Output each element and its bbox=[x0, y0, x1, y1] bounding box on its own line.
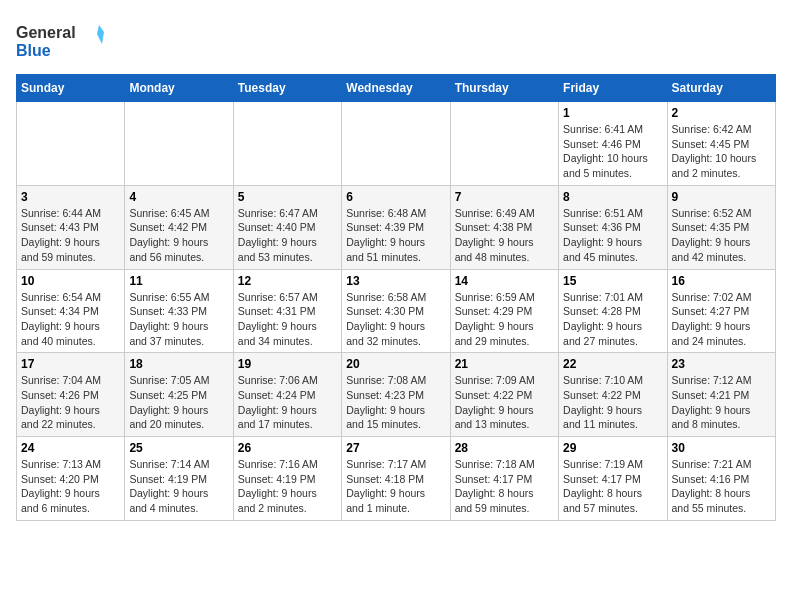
svg-text:Blue: Blue bbox=[16, 42, 51, 59]
calendar-cell: 22Sunrise: 7:10 AMSunset: 4:22 PMDayligh… bbox=[559, 353, 667, 437]
day-info: Sunrise: 7:05 AMSunset: 4:25 PMDaylight:… bbox=[129, 373, 228, 432]
day-info: Sunrise: 6:59 AMSunset: 4:29 PMDaylight:… bbox=[455, 290, 554, 349]
day-number: 12 bbox=[238, 274, 337, 288]
day-number: 5 bbox=[238, 190, 337, 204]
calendar-week-row: 24Sunrise: 7:13 AMSunset: 4:20 PMDayligh… bbox=[17, 437, 776, 521]
day-number: 23 bbox=[672, 357, 771, 371]
calendar-cell: 18Sunrise: 7:05 AMSunset: 4:25 PMDayligh… bbox=[125, 353, 233, 437]
calendar-table: SundayMondayTuesdayWednesdayThursdayFrid… bbox=[16, 74, 776, 521]
header-tuesday: Tuesday bbox=[233, 75, 341, 102]
day-info: Sunrise: 6:58 AMSunset: 4:30 PMDaylight:… bbox=[346, 290, 445, 349]
day-info: Sunrise: 7:18 AMSunset: 4:17 PMDaylight:… bbox=[455, 457, 554, 516]
calendar-cell: 7Sunrise: 6:49 AMSunset: 4:38 PMDaylight… bbox=[450, 185, 558, 269]
day-number: 19 bbox=[238, 357, 337, 371]
calendar-week-row: 17Sunrise: 7:04 AMSunset: 4:26 PMDayligh… bbox=[17, 353, 776, 437]
header-saturday: Saturday bbox=[667, 75, 775, 102]
calendar-cell bbox=[17, 102, 125, 186]
calendar-cell bbox=[342, 102, 450, 186]
day-number: 14 bbox=[455, 274, 554, 288]
generalblue-svg: General Blue bbox=[16, 16, 106, 66]
day-number: 13 bbox=[346, 274, 445, 288]
logo: General Blue bbox=[16, 16, 106, 66]
day-info: Sunrise: 7:08 AMSunset: 4:23 PMDaylight:… bbox=[346, 373, 445, 432]
calendar-cell: 25Sunrise: 7:14 AMSunset: 4:19 PMDayligh… bbox=[125, 437, 233, 521]
header-friday: Friday bbox=[559, 75, 667, 102]
day-info: Sunrise: 6:51 AMSunset: 4:36 PMDaylight:… bbox=[563, 206, 662, 265]
day-info: Sunrise: 7:01 AMSunset: 4:28 PMDaylight:… bbox=[563, 290, 662, 349]
day-number: 2 bbox=[672, 106, 771, 120]
calendar-cell: 14Sunrise: 6:59 AMSunset: 4:29 PMDayligh… bbox=[450, 269, 558, 353]
day-number: 6 bbox=[346, 190, 445, 204]
day-number: 11 bbox=[129, 274, 228, 288]
day-number: 21 bbox=[455, 357, 554, 371]
day-number: 29 bbox=[563, 441, 662, 455]
day-number: 24 bbox=[21, 441, 120, 455]
calendar-cell: 6Sunrise: 6:48 AMSunset: 4:39 PMDaylight… bbox=[342, 185, 450, 269]
day-number: 8 bbox=[563, 190, 662, 204]
day-number: 27 bbox=[346, 441, 445, 455]
calendar-header-row: SundayMondayTuesdayWednesdayThursdayFrid… bbox=[17, 75, 776, 102]
day-number: 28 bbox=[455, 441, 554, 455]
calendar-cell: 19Sunrise: 7:06 AMSunset: 4:24 PMDayligh… bbox=[233, 353, 341, 437]
day-number: 9 bbox=[672, 190, 771, 204]
day-info: Sunrise: 7:10 AMSunset: 4:22 PMDaylight:… bbox=[563, 373, 662, 432]
day-number: 4 bbox=[129, 190, 228, 204]
day-info: Sunrise: 6:54 AMSunset: 4:34 PMDaylight:… bbox=[21, 290, 120, 349]
calendar-week-row: 1Sunrise: 6:41 AMSunset: 4:46 PMDaylight… bbox=[17, 102, 776, 186]
day-info: Sunrise: 6:42 AMSunset: 4:45 PMDaylight:… bbox=[672, 122, 771, 181]
day-info: Sunrise: 6:47 AMSunset: 4:40 PMDaylight:… bbox=[238, 206, 337, 265]
day-info: Sunrise: 6:45 AMSunset: 4:42 PMDaylight:… bbox=[129, 206, 228, 265]
calendar-cell: 28Sunrise: 7:18 AMSunset: 4:17 PMDayligh… bbox=[450, 437, 558, 521]
calendar-cell: 24Sunrise: 7:13 AMSunset: 4:20 PMDayligh… bbox=[17, 437, 125, 521]
day-number: 1 bbox=[563, 106, 662, 120]
header-sunday: Sunday bbox=[17, 75, 125, 102]
day-info: Sunrise: 6:55 AMSunset: 4:33 PMDaylight:… bbox=[129, 290, 228, 349]
logo-image: General Blue bbox=[16, 16, 106, 66]
calendar-cell: 5Sunrise: 6:47 AMSunset: 4:40 PMDaylight… bbox=[233, 185, 341, 269]
calendar-cell: 15Sunrise: 7:01 AMSunset: 4:28 PMDayligh… bbox=[559, 269, 667, 353]
calendar-cell: 1Sunrise: 6:41 AMSunset: 4:46 PMDaylight… bbox=[559, 102, 667, 186]
calendar-cell: 11Sunrise: 6:55 AMSunset: 4:33 PMDayligh… bbox=[125, 269, 233, 353]
day-number: 22 bbox=[563, 357, 662, 371]
calendar-week-row: 10Sunrise: 6:54 AMSunset: 4:34 PMDayligh… bbox=[17, 269, 776, 353]
day-info: Sunrise: 7:02 AMSunset: 4:27 PMDaylight:… bbox=[672, 290, 771, 349]
header-thursday: Thursday bbox=[450, 75, 558, 102]
day-info: Sunrise: 6:52 AMSunset: 4:35 PMDaylight:… bbox=[672, 206, 771, 265]
day-info: Sunrise: 7:16 AMSunset: 4:19 PMDaylight:… bbox=[238, 457, 337, 516]
day-info: Sunrise: 6:41 AMSunset: 4:46 PMDaylight:… bbox=[563, 122, 662, 181]
day-info: Sunrise: 6:48 AMSunset: 4:39 PMDaylight:… bbox=[346, 206, 445, 265]
day-info: Sunrise: 7:12 AMSunset: 4:21 PMDaylight:… bbox=[672, 373, 771, 432]
calendar-cell: 9Sunrise: 6:52 AMSunset: 4:35 PMDaylight… bbox=[667, 185, 775, 269]
svg-marker-3 bbox=[97, 25, 104, 44]
calendar-cell: 3Sunrise: 6:44 AMSunset: 4:43 PMDaylight… bbox=[17, 185, 125, 269]
day-info: Sunrise: 6:57 AMSunset: 4:31 PMDaylight:… bbox=[238, 290, 337, 349]
day-info: Sunrise: 7:17 AMSunset: 4:18 PMDaylight:… bbox=[346, 457, 445, 516]
day-info: Sunrise: 7:04 AMSunset: 4:26 PMDaylight:… bbox=[21, 373, 120, 432]
calendar-cell: 13Sunrise: 6:58 AMSunset: 4:30 PMDayligh… bbox=[342, 269, 450, 353]
day-info: Sunrise: 7:21 AMSunset: 4:16 PMDaylight:… bbox=[672, 457, 771, 516]
day-number: 30 bbox=[672, 441, 771, 455]
calendar-cell: 20Sunrise: 7:08 AMSunset: 4:23 PMDayligh… bbox=[342, 353, 450, 437]
day-info: Sunrise: 7:14 AMSunset: 4:19 PMDaylight:… bbox=[129, 457, 228, 516]
day-number: 16 bbox=[672, 274, 771, 288]
day-info: Sunrise: 7:09 AMSunset: 4:22 PMDaylight:… bbox=[455, 373, 554, 432]
day-number: 15 bbox=[563, 274, 662, 288]
day-number: 3 bbox=[21, 190, 120, 204]
calendar-cell: 17Sunrise: 7:04 AMSunset: 4:26 PMDayligh… bbox=[17, 353, 125, 437]
day-number: 20 bbox=[346, 357, 445, 371]
day-info: Sunrise: 6:49 AMSunset: 4:38 PMDaylight:… bbox=[455, 206, 554, 265]
calendar-cell: 8Sunrise: 6:51 AMSunset: 4:36 PMDaylight… bbox=[559, 185, 667, 269]
day-info: Sunrise: 7:06 AMSunset: 4:24 PMDaylight:… bbox=[238, 373, 337, 432]
calendar-cell: 10Sunrise: 6:54 AMSunset: 4:34 PMDayligh… bbox=[17, 269, 125, 353]
calendar-cell bbox=[450, 102, 558, 186]
calendar-cell: 23Sunrise: 7:12 AMSunset: 4:21 PMDayligh… bbox=[667, 353, 775, 437]
calendar-cell bbox=[125, 102, 233, 186]
day-number: 10 bbox=[21, 274, 120, 288]
calendar-cell: 16Sunrise: 7:02 AMSunset: 4:27 PMDayligh… bbox=[667, 269, 775, 353]
day-info: Sunrise: 7:13 AMSunset: 4:20 PMDaylight:… bbox=[21, 457, 120, 516]
calendar-cell: 29Sunrise: 7:19 AMSunset: 4:17 PMDayligh… bbox=[559, 437, 667, 521]
day-info: Sunrise: 6:44 AMSunset: 4:43 PMDaylight:… bbox=[21, 206, 120, 265]
day-number: 26 bbox=[238, 441, 337, 455]
calendar-week-row: 3Sunrise: 6:44 AMSunset: 4:43 PMDaylight… bbox=[17, 185, 776, 269]
day-number: 18 bbox=[129, 357, 228, 371]
